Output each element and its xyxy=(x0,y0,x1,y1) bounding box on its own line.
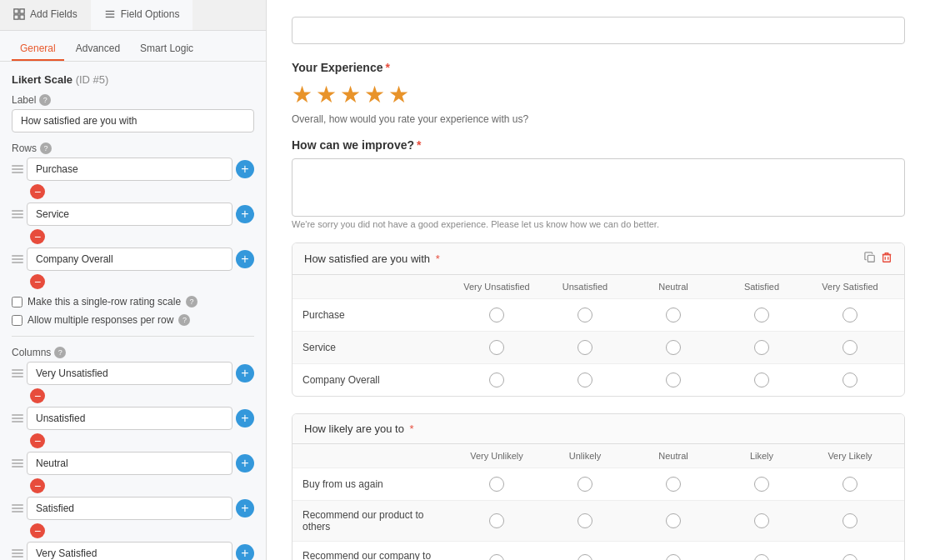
radio-company-1[interactable] xyxy=(489,372,504,388)
star-1: ★ xyxy=(292,81,312,108)
col-input-unsatisfied[interactable] xyxy=(27,407,232,430)
radio-rec-company-2[interactable] xyxy=(578,554,592,560)
col-input-satisfied[interactable] xyxy=(27,497,232,520)
col-input-neutral[interactable] xyxy=(27,452,232,475)
radio-rec-company-5[interactable] xyxy=(842,554,858,560)
drag-handle-purchase[interactable] xyxy=(12,165,23,173)
add-col-3[interactable]: + xyxy=(236,454,254,472)
drag-handle-col-2[interactable] xyxy=(12,414,23,422)
improve-textarea[interactable] xyxy=(292,158,905,217)
radio-company-3[interactable] xyxy=(666,372,681,388)
likert1-col-headers: Very Unsatisfied Unsatisfied Neutral Sat… xyxy=(292,275,904,299)
likert2-row-recommend-company: Recommend our company to others xyxy=(292,542,904,560)
rows-label: Rows xyxy=(12,142,37,154)
radio-rec-company-4[interactable] xyxy=(754,554,769,560)
radio-service-4[interactable] xyxy=(754,340,769,355)
sorry-text: We're sorry you did not have a good expe… xyxy=(292,219,905,229)
tab-field-options[interactable]: Field Options xyxy=(91,0,193,30)
radio-buy-4[interactable] xyxy=(754,477,769,492)
likert2-col-3: Neutral xyxy=(629,451,718,461)
radio-purchase-3[interactable] xyxy=(666,308,681,322)
radio-buy-3[interactable] xyxy=(666,477,681,492)
checkbox-single-row-input[interactable] xyxy=(12,297,22,308)
row-item-company-overall: + xyxy=(12,248,254,271)
tab-add-fields[interactable]: Add Fields xyxy=(0,0,91,30)
radio-purchase-5[interactable] xyxy=(842,308,858,322)
columns-help-icon[interactable]: ? xyxy=(54,347,66,358)
likert2-col-5: Very Likely xyxy=(806,451,894,461)
top-text-input[interactable] xyxy=(292,17,905,44)
likert1-copy-btn[interactable] xyxy=(864,252,876,266)
radio-rec-company-3[interactable] xyxy=(666,554,681,560)
add-row-company-overall[interactable]: + xyxy=(236,250,254,268)
radio-service-1[interactable] xyxy=(489,340,504,355)
label-help-icon[interactable]: ? xyxy=(39,94,51,106)
row-input-company-overall[interactable] xyxy=(27,248,232,271)
radio-rec-product-3[interactable] xyxy=(666,513,681,528)
col-input-very-unsatisfied[interactable] xyxy=(27,362,232,385)
remove-col-3[interactable]: − xyxy=(30,478,45,493)
likert2-row-buy: Buy from us again xyxy=(292,468,904,501)
radio-company-4[interactable] xyxy=(754,372,769,388)
drag-handle-col-5[interactable] xyxy=(12,549,23,558)
multiple-responses-help[interactable]: ? xyxy=(178,314,190,326)
radio-rec-company-1[interactable] xyxy=(489,554,504,560)
experience-sub-text: Overall, how would you rate your experie… xyxy=(292,113,905,125)
svg-rect-2 xyxy=(14,15,18,19)
radio-company-5[interactable] xyxy=(842,372,858,388)
svg-rect-7 xyxy=(868,255,874,262)
tab-advanced[interactable]: Advanced xyxy=(68,38,128,61)
likert1-title: How satisfied are you with * xyxy=(304,252,440,265)
add-col-4[interactable]: + xyxy=(236,499,254,518)
radio-rec-product-2[interactable] xyxy=(578,513,592,528)
radio-company-2[interactable] xyxy=(578,372,592,388)
checkbox-multiple-responses-input[interactable] xyxy=(12,315,22,326)
row-input-service[interactable] xyxy=(27,202,232,226)
remove-row-company-overall[interactable]: − xyxy=(30,274,45,289)
field-options-label: Field Options xyxy=(121,8,180,20)
single-row-help[interactable]: ? xyxy=(186,296,198,308)
radio-rec-product-5[interactable] xyxy=(842,513,858,528)
col-input-very-satisfied[interactable] xyxy=(27,542,232,560)
tab-general[interactable]: General xyxy=(12,38,64,61)
rows-help-icon[interactable]: ? xyxy=(40,142,52,154)
likert1-delete-btn[interactable] xyxy=(881,252,892,266)
drag-handle-col-3[interactable] xyxy=(12,459,23,468)
radio-buy-1[interactable] xyxy=(489,477,504,492)
radio-buy-2[interactable] xyxy=(578,477,592,492)
row-input-purchase[interactable] xyxy=(27,158,232,181)
col-item-neutral: + xyxy=(12,452,254,475)
remove-row-purchase[interactable]: − xyxy=(30,184,45,199)
drag-handle-service[interactable] xyxy=(12,210,23,218)
drag-handle-col-4[interactable] xyxy=(12,504,23,512)
star-4: ★ xyxy=(364,81,385,108)
remove-col-2[interactable]: − xyxy=(30,433,45,448)
checkbox-single-row: Make this a single-row rating scale ? xyxy=(12,296,254,308)
remove-col-1[interactable]: − xyxy=(30,388,45,403)
add-col-2[interactable]: + xyxy=(236,409,254,428)
col-item-very-unsatisfied: + xyxy=(12,362,254,385)
svg-rect-0 xyxy=(14,9,18,13)
likert1-col-3: Neutral xyxy=(629,282,718,292)
radio-rec-product-1[interactable] xyxy=(489,513,504,528)
radio-buy-5[interactable] xyxy=(842,477,858,492)
add-col-1[interactable]: + xyxy=(236,364,254,382)
radio-service-3[interactable] xyxy=(666,340,681,355)
add-row-service[interactable]: + xyxy=(236,205,254,223)
radio-purchase-2[interactable] xyxy=(578,308,592,322)
drag-handle-company-overall[interactable] xyxy=(12,255,23,263)
drag-handle-col-1[interactable] xyxy=(12,369,23,378)
radio-purchase-4[interactable] xyxy=(754,308,769,322)
add-row-purchase[interactable]: + xyxy=(236,160,254,178)
radio-rec-product-4[interactable] xyxy=(754,513,769,528)
radio-service-5[interactable] xyxy=(842,340,858,355)
radio-service-2[interactable] xyxy=(578,340,592,355)
remove-col-4[interactable]: − xyxy=(30,523,45,538)
radio-purchase-1[interactable] xyxy=(489,308,504,322)
add-col-5[interactable]: + xyxy=(236,544,254,560)
tab-smart-logic[interactable]: Smart Logic xyxy=(132,38,202,61)
likert1-col-1: Very Unsatisfied xyxy=(452,282,541,292)
remove-row-service[interactable]: − xyxy=(30,229,45,244)
label-input[interactable] xyxy=(12,109,254,132)
right-panel: Your Experience* ★ ★ ★ ★ ★ Overall, how … xyxy=(267,0,930,560)
